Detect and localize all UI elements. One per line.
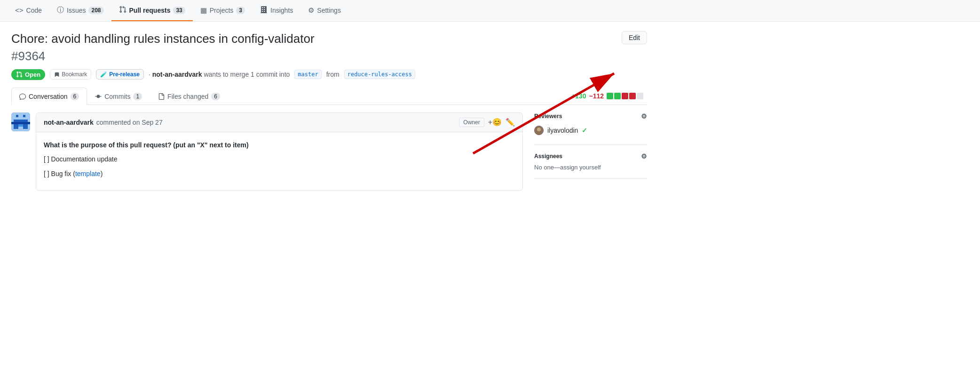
- settings-icon: ⚙: [308, 6, 314, 15]
- diff-bar-seg-2: [614, 93, 621, 99]
- comment-item-2: [ ] Bug fix (template): [44, 168, 515, 179]
- bookmark-label: Bookmark: [62, 71, 87, 78]
- tab-conversation[interactable]: Conversation 6: [11, 88, 87, 105]
- reviewer-approved-icon: ✓: [582, 127, 587, 134]
- comment-body-title: What is the purpose of this pull request…: [44, 141, 249, 149]
- content-area: not-an-aardvark commented on Sep 27 Owne…: [11, 112, 647, 191]
- nav-item-projects[interactable]: ▦ Projects 3: [193, 0, 253, 21]
- template-link[interactable]: template: [75, 170, 101, 177]
- pr-author: not-an-aardvark: [152, 71, 202, 78]
- nav-label-issues: Issues: [67, 7, 86, 14]
- svg-rect-8: [18, 124, 23, 127]
- svg-rect-7: [23, 124, 28, 129]
- pre-release-text: Pre-release: [109, 71, 140, 78]
- bookmark-icon: [54, 71, 60, 78]
- assignees-label: Assignees: [534, 153, 562, 160]
- svg-rect-5: [11, 122, 30, 124]
- tab-commits-label: Commits: [104, 93, 130, 100]
- deletions-count: −112: [589, 92, 604, 100]
- merge-description: wants to merge 1 commit into: [204, 71, 290, 78]
- pr-meta: Open Bookmark 🧪 Pre-release · not-an-aar…: [11, 69, 647, 80]
- nav-item-issues[interactable]: ⓘ Issues 208: [49, 0, 111, 21]
- sidebar-reviewers-header: Reviewers ⚙: [534, 112, 647, 120]
- reviewers-settings-icon[interactable]: ⚙: [641, 112, 647, 120]
- pr-tabs-left: Conversation 6 Commits 1 Files changed 6: [11, 88, 228, 104]
- diff-bar: [607, 93, 643, 99]
- projects-icon: ▦: [200, 6, 207, 15]
- open-pr-icon: [16, 71, 23, 78]
- bookmark-badge[interactable]: Bookmark: [50, 69, 91, 80]
- edit-comment-button[interactable]: ✏️: [506, 118, 515, 127]
- edit-button[interactable]: Edit: [622, 31, 647, 44]
- no-assignee-text[interactable]: No one—assign yourself: [534, 164, 647, 171]
- diff-bar-seg-4: [629, 93, 636, 99]
- pr-status-text: Open: [25, 71, 40, 78]
- nav-item-insights[interactable]: Insights: [253, 0, 300, 21]
- diff-bar-seg-3: [622, 93, 628, 99]
- reviewers-label: Reviewers: [534, 113, 562, 120]
- nav-item-code[interactable]: <> Code: [8, 0, 49, 21]
- additions-count: +130: [571, 92, 586, 100]
- diff-bar-seg-1: [607, 93, 613, 99]
- tab-files-changed[interactable]: Files changed 6: [150, 88, 228, 105]
- pr-merge-text: · not-an-aardvark wants to merge 1 commi…: [149, 71, 290, 78]
- tab-files-changed-label: Files changed: [167, 93, 208, 100]
- nav-label-settings: Settings: [317, 7, 341, 14]
- nav-item-pull-requests[interactable]: Pull requests 33: [111, 0, 193, 21]
- projects-badge: 3: [236, 7, 245, 14]
- source-branch-tag[interactable]: reduce-rules-access: [344, 70, 415, 79]
- comment-author: not-an-aardvark: [44, 119, 94, 126]
- svg-rect-3: [23, 115, 25, 117]
- tab-files-changed-badge: 6: [211, 93, 220, 100]
- reviewer-avatar: [534, 126, 544, 135]
- pull-requests-icon: [119, 6, 126, 15]
- from-text: from: [326, 71, 340, 78]
- comment-body: What is the purpose of this pull request…: [36, 132, 522, 190]
- comment-header-right: Owner +😊 ✏️: [459, 118, 515, 127]
- nav-label-pull-requests: Pull requests: [129, 7, 171, 14]
- code-icon: <>: [15, 6, 24, 14]
- assignees-settings-icon[interactable]: ⚙: [641, 152, 647, 160]
- comment-header-left: not-an-aardvark commented on Sep 27: [44, 119, 163, 126]
- pr-title: Chore: avoid handling rules instances in…: [11, 31, 647, 47]
- conversation-icon: [19, 93, 26, 100]
- pr-title-row: Chore: avoid handling rules instances in…: [11, 31, 647, 64]
- reviewer-item: ilyavolodin ✓: [534, 124, 647, 137]
- sidebar: Reviewers ⚙ ilyavolodin ✓: [534, 112, 647, 191]
- main-content: not-an-aardvark commented on Sep 27 Owne…: [11, 112, 523, 191]
- pr-status-badge: Open: [11, 69, 45, 80]
- tab-commits[interactable]: Commits 1: [87, 88, 150, 105]
- nav-label-code: Code: [26, 7, 42, 14]
- pre-release-badge: 🧪 Pre-release: [96, 69, 144, 80]
- svg-rect-2: [16, 115, 18, 117]
- diff-stats: +130 −112: [571, 92, 647, 100]
- commits-icon: [95, 93, 102, 100]
- sidebar-assignees-header: Assignees ⚙: [534, 152, 647, 160]
- svg-point-10: [537, 128, 541, 131]
- emoji-reaction-button[interactable]: +😊: [488, 118, 502, 127]
- svg-rect-4: [14, 120, 28, 122]
- reviewer-name: ilyavolodin: [547, 127, 578, 134]
- sidebar-reviewers-section: Reviewers ⚙ ilyavolodin ✓: [534, 112, 647, 145]
- comment-date: commented on Sep 27: [96, 119, 163, 126]
- target-branch-tag[interactable]: master: [294, 70, 321, 79]
- pr-tabs: Conversation 6 Commits 1 Files changed 6…: [11, 88, 647, 105]
- insights-icon: [260, 6, 268, 15]
- comment-header: not-an-aardvark commented on Sep 27 Owne…: [36, 113, 522, 132]
- svg-rect-6: [14, 124, 18, 129]
- owner-badge: Owner: [459, 118, 484, 127]
- nav-label-projects: Projects: [210, 7, 234, 14]
- pull-requests-badge: 33: [173, 7, 185, 14]
- sidebar-assignees-section: Assignees ⚙ No one—assign yourself: [534, 145, 647, 179]
- top-nav: <> Code ⓘ Issues 208 Pull requests 33 ▦ …: [0, 0, 980, 22]
- diff-bar-seg-5: [637, 93, 643, 99]
- pr-number: #9364: [11, 49, 647, 64]
- nav-label-insights: Insights: [270, 7, 293, 14]
- tab-conversation-label: Conversation: [29, 93, 68, 100]
- flask-icon: 🧪: [100, 71, 107, 78]
- issues-badge: 208: [88, 7, 103, 14]
- comment-item-1: [ ] Documentation update: [44, 154, 515, 164]
- nav-item-settings[interactable]: ⚙ Settings: [300, 0, 348, 21]
- tab-conversation-badge: 6: [71, 93, 79, 100]
- commenter-avatar: [11, 112, 30, 131]
